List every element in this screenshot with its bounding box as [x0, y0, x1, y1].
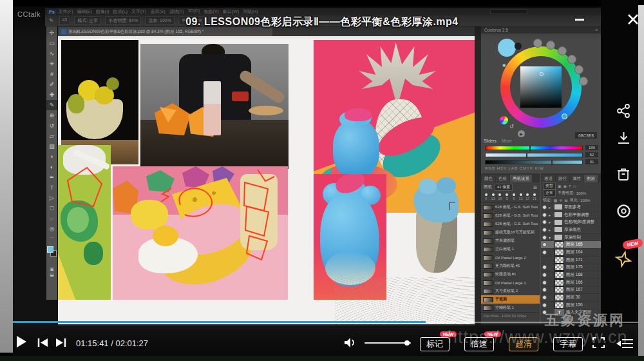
marquee-tool[interactable]: ▭	[46, 38, 57, 48]
hue-value[interactable]: 186	[585, 145, 598, 150]
brightness-slider-thumb[interactable]	[551, 160, 553, 166]
panel-tab[interactable]: 画笔设置	[510, 175, 532, 182]
layer-row[interactable]: ▸ 厚涂底色	[541, 226, 601, 234]
hex-value-field[interactable]: 6BC8E8	[575, 132, 597, 139]
play-icon[interactable]: ▶	[518, 130, 525, 137]
path-select-tool[interactable]: ▷	[46, 193, 57, 203]
layer-row[interactable]: ▸ 草图参考	[541, 204, 601, 211]
expand-arrow-icon[interactable]: ▾	[549, 235, 553, 240]
filter-pixel-icon[interactable]: ▣	[558, 184, 562, 188]
eye-icon[interactable]	[542, 205, 547, 210]
eye-icon[interactable]	[542, 295, 547, 300]
panel-tab[interactable]: 路径	[556, 175, 569, 182]
brush-item[interactable]: 轻微质地 #1	[481, 270, 540, 278]
tab-sliders[interactable]: Sliders	[484, 139, 497, 143]
wheel-option-icon[interactable]	[574, 65, 583, 74]
hue-slider-thumb[interactable]	[529, 146, 531, 151]
close-icon[interactable]	[626, 12, 640, 26]
minimize-button[interactable]	[575, 19, 584, 21]
current-color-swatch[interactable]	[498, 39, 516, 57]
spot-heal-tool[interactable]: ✚	[46, 90, 57, 100]
brush-tip[interactable]: 13	[518, 193, 524, 200]
foreground-color-swatch[interactable]	[47, 246, 53, 253]
brush-tip[interactable]: 17	[526, 193, 531, 200]
expand-arrow-icon[interactable]: ▸	[549, 213, 553, 217]
brush-tip[interactable]: 21	[532, 193, 537, 200]
brush-item[interactable]: 超级无敌16号万能笔刷	[481, 228, 540, 237]
ps-menu-item[interactable]: 帮助(H)	[243, 8, 258, 15]
screen-mode-icon[interactable]: ⬓	[50, 272, 54, 277]
panel-tab[interactable]: 图层	[584, 175, 598, 182]
eye-icon[interactable]	[542, 228, 547, 232]
brush-item[interactable]: 大号柔软笔 2	[481, 287, 540, 295]
brush-tip[interactable]: 19	[498, 193, 503, 200]
eye-icon[interactable]	[542, 288, 547, 292]
lock-transparent-icon[interactable]: ▩	[554, 198, 558, 202]
brightness-slider[interactable]	[485, 160, 583, 164]
hue-marker[interactable]	[562, 113, 567, 119]
tab-mixer[interactable]: Mixer	[502, 139, 512, 143]
zoom-tool[interactable]: ◎	[46, 224, 57, 234]
toolbar-more-icon[interactable]: …	[50, 234, 54, 239]
dodge-tool[interactable]: ◐	[46, 162, 57, 172]
ps-menu-item[interactable]: 图层(L)	[113, 8, 128, 15]
layer-row[interactable]: 图层 166	[541, 279, 601, 287]
layer-row[interactable]: 图层 165	[541, 241, 601, 249]
play-button[interactable]	[17, 336, 26, 347]
eye-icon[interactable]	[542, 303, 547, 307]
progress-played[interactable]	[13, 321, 426, 323]
lock-all-icon[interactable]: ⊠	[564, 198, 567, 202]
type-tool[interactable]: T	[46, 182, 57, 193]
brush-item[interactable]: 628 画笔 - G.S. Soft Touch 5	[481, 220, 540, 228]
previous-color-swatch[interactable]	[515, 43, 522, 50]
expand-arrow-icon[interactable]: ▸	[549, 205, 553, 210]
gamut-icon[interactable]: ✺	[502, 63, 506, 68]
filter-type-icon[interactable]: T	[569, 184, 571, 188]
layer-row[interactable]: 图层 167	[541, 287, 601, 295]
hue-slider[interactable]	[485, 146, 583, 150]
ps-menu-item[interactable]: 选择(S)	[150, 8, 165, 15]
trash-icon[interactable]	[616, 166, 631, 182]
clone-stamp-tool[interactable]: ⊕	[46, 110, 57, 121]
wheel-option-icon[interactable]	[558, 46, 567, 55]
share-icon[interactable]	[616, 103, 632, 119]
crop-tool[interactable]: #	[46, 69, 57, 79]
ps-menu-item[interactable]: 文字(Y)	[131, 8, 146, 15]
expand-arrow-icon[interactable]: ▸	[549, 220, 553, 224]
shape-tool[interactable]: □	[46, 203, 57, 213]
eye-icon[interactable]	[542, 273, 547, 277]
favorite-pin-icon[interactable]	[614, 250, 632, 268]
brush-item[interactable]: 628 画笔 - G.S. Soft Touch 4	[481, 211, 540, 220]
folder-icon[interactable]: ⊞	[533, 185, 537, 190]
layer-row[interactable]: ▸ 色彩平衡调整	[541, 211, 601, 219]
video-area[interactable]: Ps 文件(F)编辑(E)图像(I)图层(L)文字(Y)选择(S)滤镜(T)3D…	[13, 6, 601, 326]
brush-item[interactable]: 空白画笔 1	[481, 245, 540, 253]
ps-menu-item[interactable]: 视图(V)	[204, 8, 218, 15]
saturation-slider-thumb[interactable]	[526, 153, 527, 159]
layer-row[interactable]: ▸ 色相/饱和度调整	[541, 219, 601, 226]
eye-icon[interactable]	[542, 250, 547, 255]
eye-icon[interactable]	[542, 280, 547, 285]
previous-button[interactable]	[37, 338, 48, 347]
ps-menu-item[interactable]: 滤镜(T)	[169, 8, 184, 15]
color-wheel-mode-icon[interactable]	[500, 116, 508, 124]
mark-button[interactable]: 标记 NEW	[420, 337, 450, 351]
layer-row[interactable]: 图层 150	[541, 302, 601, 309]
record-icon[interactable]	[616, 203, 632, 219]
filter-adjust-icon[interactable]: ◉	[564, 184, 567, 188]
brush-tip[interactable]: 9	[511, 193, 516, 200]
wheel-option-icon[interactable]	[533, 39, 542, 48]
ps-menu-item[interactable]: 窗口(W)	[223, 8, 239, 15]
layer-row[interactable]: 图层 175	[541, 264, 601, 272]
blur-tool[interactable]: ◗	[46, 151, 57, 162]
wheel-option-icon[interactable]	[567, 55, 576, 64]
lasso-tool[interactable]: ∿	[46, 48, 57, 59]
eye-icon[interactable]	[542, 242, 547, 247]
sv-marker[interactable]	[540, 72, 544, 76]
volume-icon[interactable]	[344, 337, 357, 348]
brush-item[interactable]: Oil Pastel Large 2	[481, 253, 540, 262]
eye-icon[interactable]	[542, 213, 547, 217]
layer-filter-dropdown[interactable]: 类型	[543, 182, 556, 190]
layer-row[interactable]: 图层 168	[541, 271, 601, 279]
ps-menu-item[interactable]: 3D(D)	[188, 8, 200, 15]
